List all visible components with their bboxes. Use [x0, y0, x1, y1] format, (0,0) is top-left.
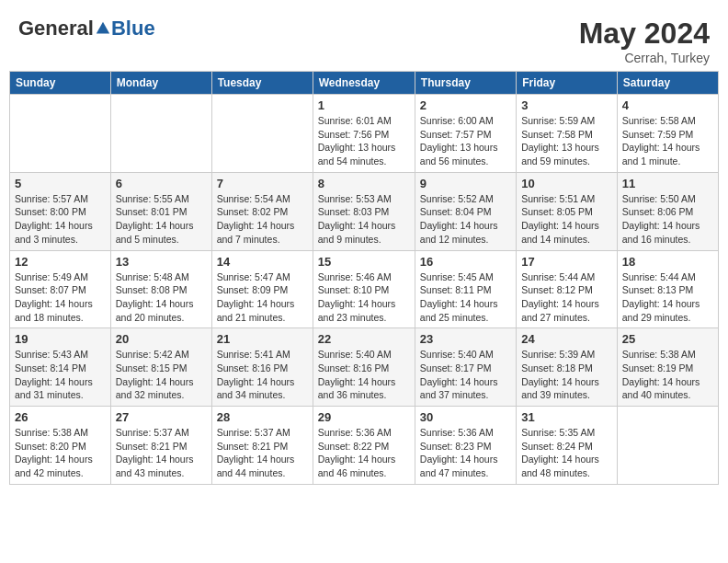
calendar-table: SundayMondayTuesdayWednesdayThursdayFrid… [9, 71, 719, 485]
day-number: 8 [318, 177, 410, 190]
day-info: Sunrise: 5:57 AMSunset: 8:00 PMDaylight:… [15, 192, 106, 247]
calendar-week-row: 19Sunrise: 5:43 AMSunset: 8:14 PMDayligh… [10, 328, 719, 407]
day-info: Sunrise: 5:44 AMSunset: 8:13 PMDaylight:… [622, 270, 713, 325]
calendar-cell: 14Sunrise: 5:47 AMSunset: 8:09 PMDayligh… [211, 250, 313, 328]
calendar-cell: 26Sunrise: 5:38 AMSunset: 8:20 PMDayligh… [10, 407, 111, 485]
calendar-cell: 27Sunrise: 5:37 AMSunset: 8:21 PMDayligh… [110, 407, 211, 485]
day-number: 11 [622, 177, 713, 190]
calendar-week-row: 26Sunrise: 5:38 AMSunset: 8:20 PMDayligh… [10, 407, 719, 485]
day-info: Sunrise: 6:01 AMSunset: 7:56 PMDaylight:… [318, 114, 410, 168]
day-info: Sunrise: 5:48 AMSunset: 8:08 PMDaylight:… [116, 270, 207, 325]
calendar-cell: 20Sunrise: 5:42 AMSunset: 8:15 PMDayligh… [110, 328, 211, 407]
calendar-cell: 24Sunrise: 5:39 AMSunset: 8:18 PMDayligh… [517, 328, 618, 407]
calendar-cell: 28Sunrise: 5:37 AMSunset: 8:21 PMDayligh… [211, 407, 313, 485]
day-number: 12 [15, 255, 106, 269]
calendar-cell: 25Sunrise: 5:38 AMSunset: 8:19 PMDayligh… [617, 328, 718, 407]
day-info: Sunrise: 5:37 AMSunset: 8:21 PMDaylight:… [116, 426, 207, 480]
day-number: 9 [420, 177, 511, 190]
day-info: Sunrise: 5:42 AMSunset: 8:15 PMDaylight:… [116, 348, 207, 402]
day-info: Sunrise: 5:40 AMSunset: 8:17 PMDaylight:… [420, 348, 511, 402]
calendar-cell [617, 407, 718, 485]
weekday-header-friday: Friday [517, 72, 618, 95]
day-number: 24 [521, 332, 612, 346]
day-number: 1 [318, 98, 410, 112]
calendar-cell: 30Sunrise: 5:36 AMSunset: 8:23 PMDayligh… [415, 407, 516, 485]
day-info: Sunrise: 5:35 AMSunset: 8:24 PMDaylight:… [521, 426, 612, 480]
calendar-cell: 13Sunrise: 5:48 AMSunset: 8:08 PMDayligh… [110, 250, 211, 328]
calendar-week-row: 12Sunrise: 5:49 AMSunset: 8:07 PMDayligh… [10, 250, 719, 328]
day-info: Sunrise: 5:59 AMSunset: 7:58 PMDaylight:… [521, 114, 612, 168]
day-number: 15 [318, 255, 410, 269]
weekday-header-thursday: Thursday [415, 72, 516, 95]
calendar-cell: 31Sunrise: 5:35 AMSunset: 8:24 PMDayligh… [517, 407, 618, 485]
day-info: Sunrise: 5:46 AMSunset: 8:10 PMDaylight:… [318, 270, 410, 325]
day-number: 5 [15, 177, 106, 190]
calendar-cell: 9Sunrise: 5:52 AMSunset: 8:04 PMDaylight… [415, 172, 516, 250]
day-number: 29 [318, 410, 410, 424]
day-number: 18 [622, 255, 713, 269]
weekday-header-tuesday: Tuesday [211, 72, 313, 95]
calendar-cell: 16Sunrise: 5:45 AMSunset: 8:11 PMDayligh… [415, 250, 516, 328]
weekday-header-sunday: Sunday [10, 72, 111, 95]
calendar-cell: 21Sunrise: 5:41 AMSunset: 8:16 PMDayligh… [211, 328, 313, 407]
weekday-header-monday: Monday [110, 72, 211, 95]
day-number: 14 [217, 255, 308, 269]
day-info: Sunrise: 5:55 AMSunset: 8:01 PMDaylight:… [116, 192, 207, 247]
calendar-cell: 6Sunrise: 5:55 AMSunset: 8:01 PMDaylight… [110, 172, 211, 250]
day-number: 27 [116, 410, 207, 424]
weekday-header-saturday: Saturday [617, 72, 718, 95]
logo: General Blue [18, 17, 155, 40]
calendar-cell: 3Sunrise: 5:59 AMSunset: 7:58 PMDaylight… [517, 95, 618, 173]
calendar-cell [211, 95, 313, 173]
day-info: Sunrise: 5:53 AMSunset: 8:03 PMDaylight:… [318, 192, 410, 247]
day-info: Sunrise: 5:51 AMSunset: 8:05 PMDaylight:… [521, 192, 612, 247]
calendar-cell: 18Sunrise: 5:44 AMSunset: 8:13 PMDayligh… [617, 250, 718, 328]
day-number: 17 [521, 255, 612, 269]
calendar-cell: 1Sunrise: 6:01 AMSunset: 7:56 PMDaylight… [313, 95, 415, 173]
title-block: May 2024 Cerrah, Turkey [579, 17, 710, 65]
day-info: Sunrise: 5:41 AMSunset: 8:16 PMDaylight:… [217, 348, 308, 402]
calendar-cell: 19Sunrise: 5:43 AMSunset: 8:14 PMDayligh… [10, 328, 111, 407]
page-header: General Blue May 2024 Cerrah, Turkey [9, 9, 719, 71]
calendar-cell: 17Sunrise: 5:44 AMSunset: 8:12 PMDayligh… [517, 250, 618, 328]
calendar-cell: 22Sunrise: 5:40 AMSunset: 8:16 PMDayligh… [313, 328, 415, 407]
logo-general-text: General [18, 17, 94, 40]
day-number: 26 [15, 410, 106, 424]
calendar-cell: 8Sunrise: 5:53 AMSunset: 8:03 PMDaylight… [313, 172, 415, 250]
day-number: 2 [420, 98, 511, 112]
day-info: Sunrise: 6:00 AMSunset: 7:57 PMDaylight:… [420, 114, 511, 168]
day-info: Sunrise: 5:54 AMSunset: 8:02 PMDaylight:… [217, 192, 308, 247]
location-subtitle: Cerrah, Turkey [579, 51, 710, 65]
calendar-week-row: 5Sunrise: 5:57 AMSunset: 8:00 PMDaylight… [10, 172, 719, 250]
day-number: 31 [521, 410, 612, 424]
day-info: Sunrise: 5:40 AMSunset: 8:16 PMDaylight:… [318, 348, 410, 402]
calendar-header-row: SundayMondayTuesdayWednesdayThursdayFrid… [10, 72, 719, 95]
day-info: Sunrise: 5:47 AMSunset: 8:09 PMDaylight:… [217, 270, 308, 325]
weekday-header-wednesday: Wednesday [313, 72, 415, 95]
day-number: 10 [521, 177, 612, 190]
calendar-week-row: 1Sunrise: 6:01 AMSunset: 7:56 PMDaylight… [10, 95, 719, 173]
calendar-cell: 5Sunrise: 5:57 AMSunset: 8:00 PMDaylight… [10, 172, 111, 250]
calendar-cell: 7Sunrise: 5:54 AMSunset: 8:02 PMDaylight… [211, 172, 313, 250]
calendar-cell: 11Sunrise: 5:50 AMSunset: 8:06 PMDayligh… [617, 172, 718, 250]
day-number: 28 [217, 410, 308, 424]
svg-marker-0 [97, 22, 109, 34]
calendar-cell [110, 95, 211, 173]
month-year-title: May 2024 [579, 17, 710, 51]
day-number: 20 [116, 332, 207, 346]
day-number: 23 [420, 332, 511, 346]
day-info: Sunrise: 5:36 AMSunset: 8:23 PMDaylight:… [420, 426, 511, 480]
day-number: 4 [622, 98, 713, 112]
day-info: Sunrise: 5:49 AMSunset: 8:07 PMDaylight:… [15, 270, 106, 325]
calendar-cell: 15Sunrise: 5:46 AMSunset: 8:10 PMDayligh… [313, 250, 415, 328]
day-number: 25 [622, 332, 713, 346]
logo-blue-text: Blue [111, 17, 155, 40]
day-number: 3 [521, 98, 612, 112]
calendar-cell: 23Sunrise: 5:40 AMSunset: 8:17 PMDayligh… [415, 328, 516, 407]
day-info: Sunrise: 5:44 AMSunset: 8:12 PMDaylight:… [521, 270, 612, 325]
day-info: Sunrise: 5:50 AMSunset: 8:06 PMDaylight:… [622, 192, 713, 247]
day-number: 6 [116, 177, 207, 190]
calendar-cell: 2Sunrise: 6:00 AMSunset: 7:57 PMDaylight… [415, 95, 516, 173]
day-info: Sunrise: 5:36 AMSunset: 8:22 PMDaylight:… [318, 426, 410, 480]
calendar-cell: 10Sunrise: 5:51 AMSunset: 8:05 PMDayligh… [517, 172, 618, 250]
